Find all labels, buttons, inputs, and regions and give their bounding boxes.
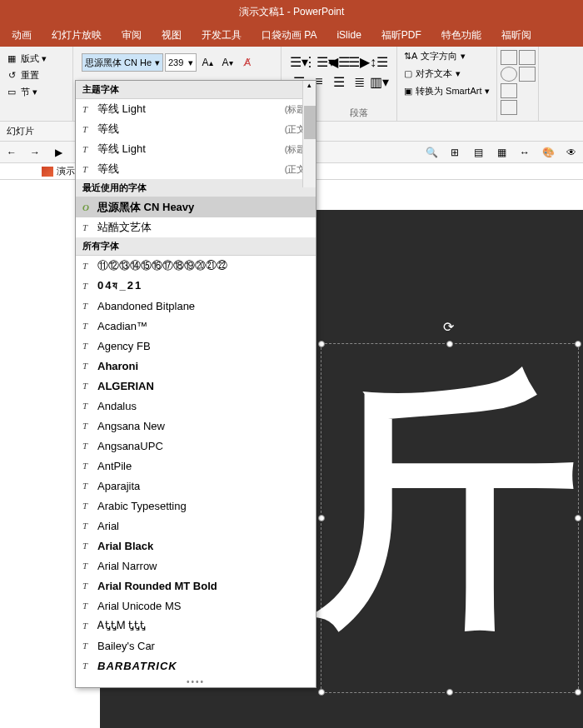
slide-tab-label[interactable]: 演示: [57, 165, 75, 177]
textbox-content[interactable]: 斤: [313, 369, 580, 636]
font-item[interactable]: TArial Narrow: [76, 556, 316, 576]
font-type-icon: T: [82, 581, 97, 591]
text-direction-button[interactable]: ⇅A 文字方向▾: [404, 50, 490, 62]
tab-devtools[interactable]: 开发工具: [202, 28, 242, 42]
font-item[interactable]: TArial Unicode MS: [76, 596, 316, 616]
tab-foxit[interactable]: 福昕PDF: [381, 28, 421, 42]
font-name-input[interactable]: 思源黑体 CN He▾: [82, 53, 163, 72]
shape-rect[interactable]: [501, 50, 517, 65]
layout-button[interactable]: ▦ 版式▾: [5, 50, 67, 67]
font-item[interactable]: TBailey's Car: [76, 636, 316, 656]
font-item[interactable]: TAcadian™: [76, 316, 316, 336]
reset-button[interactable]: ↺ 重置: [5, 67, 67, 83]
font-item[interactable]: T等线 Light(标题): [76, 99, 316, 119]
recent-fonts-header: 最近使用的字体: [76, 179, 316, 197]
font-dropdown[interactable]: ▴ 主题字体 T等线 Light(标题)T等线(正文)T等线 Light(标题)…: [75, 80, 316, 688]
tool-align[interactable]: ▤: [470, 144, 486, 161]
reset-icon: ↺: [5, 68, 18, 82]
text-group: ⇅A 文字方向▾ ▢ 对齐文本▾ ▣ 转换为 SmartArt▾: [397, 47, 497, 121]
title-bar: 演示文稿1 - PowerPoint: [0, 0, 583, 23]
smartart-button[interactable]: ▣ 转换为 SmartArt▾: [404, 85, 490, 97]
font-item[interactable]: T04য_21: [76, 276, 316, 296]
shape-line[interactable]: [501, 100, 517, 115]
tool-search[interactable]: 🔍: [423, 144, 440, 161]
selected-textbox[interactable]: ⟳ + 斤: [321, 343, 579, 693]
scroll-up-icon[interactable]: ▴: [303, 81, 316, 89]
numbering-button[interactable]: ⋮☰▾: [310, 53, 328, 70]
tool-spacing[interactable]: ↔: [516, 144, 533, 161]
font-item[interactable]: T等线 Light(标题): [76, 139, 316, 159]
outdent-button[interactable]: ◀☰: [330, 53, 348, 70]
tool-format[interactable]: ▦: [493, 144, 510, 161]
font-type-icon: T: [82, 661, 97, 671]
font-item[interactable]: TBARBATRICK: [76, 656, 316, 676]
font-item[interactable]: TArabic Typesetting: [76, 496, 316, 516]
font-type-icon: T: [82, 401, 97, 411]
resize-handle-tm[interactable]: [446, 341, 453, 347]
section-button[interactable]: ▭ 节▾: [5, 83, 67, 100]
justify-button[interactable]: ≣: [350, 73, 368, 90]
shape-arrow[interactable]: [519, 50, 536, 65]
tab-islide[interactable]: iSlide: [336, 29, 361, 41]
shape-tri[interactable]: [501, 83, 517, 98]
tool-color[interactable]: 🎨: [540, 144, 556, 161]
font-item[interactable]: TArial Rounded MT Bold: [76, 576, 316, 596]
resize-handle-bm[interactable]: [446, 689, 453, 696]
font-item[interactable]: TAbandoned Bitplane: [76, 296, 316, 316]
font-item[interactable]: TAndalus: [76, 396, 316, 416]
indent-button[interactable]: ☰▶: [350, 53, 368, 70]
font-item[interactable]: TAntPile: [76, 456, 316, 476]
font-item[interactable]: TArial: [76, 516, 316, 536]
clear-format-button[interactable]: A̸: [238, 53, 257, 72]
font-item[interactable]: TAparajita: [76, 476, 316, 496]
shapes-group: [497, 47, 539, 121]
resize-handle-br[interactable]: [575, 689, 581, 696]
font-item[interactable]: TᎪᎿᎿᎷ ᎿᎿᎿ: [76, 616, 316, 636]
shape-curve[interactable]: [519, 67, 536, 82]
tab-view[interactable]: 视图: [162, 28, 182, 42]
line-spacing-button[interactable]: ↕☰: [370, 53, 388, 70]
tool-eye[interactable]: 👁: [563, 144, 580, 161]
dropdown-scrollbar[interactable]: ▴: [302, 81, 316, 187]
font-item[interactable]: TAharoni: [76, 356, 316, 376]
align-right-button[interactable]: ☰: [330, 73, 348, 90]
scroll-thumb[interactable]: [304, 106, 316, 139]
tab-special[interactable]: 特色功能: [441, 28, 481, 42]
forward-button[interactable]: →: [27, 144, 43, 161]
font-item[interactable]: TALGERIAN: [76, 376, 316, 396]
tab-pa[interactable]: 口袋动画 PA: [262, 28, 316, 42]
align-text-icon: ▢: [404, 68, 412, 79]
font-item[interactable]: T站酷文艺体: [76, 217, 316, 237]
tab-review[interactable]: 审阅: [122, 28, 142, 42]
tab-animation[interactable]: 动画: [12, 28, 32, 42]
font-item[interactable]: TAgency FB: [76, 336, 316, 356]
font-type-icon: T: [82, 561, 97, 571]
tab-slideshow[interactable]: 幻灯片放映: [52, 28, 102, 42]
grow-font-button[interactable]: A▴: [198, 53, 217, 72]
play-button[interactable]: ▶: [50, 144, 67, 161]
font-item[interactable]: O思源黑体 CN Heavy: [76, 197, 316, 217]
font-type-icon: T: [82, 144, 97, 154]
columns-button[interactable]: ▥▾: [370, 73, 388, 90]
resize-handle-tl[interactable]: [318, 341, 325, 347]
back-button[interactable]: ←: [3, 144, 20, 161]
tool-export[interactable]: ⊞: [446, 144, 463, 161]
font-item[interactable]: TAngsana New: [76, 416, 316, 436]
font-type-icon: T: [82, 601, 97, 611]
resize-handle-bl[interactable]: [318, 689, 325, 696]
font-item[interactable]: TArial Black: [76, 536, 316, 556]
font-type-icon: O: [82, 202, 97, 212]
font-item[interactable]: T等线(正文): [76, 159, 316, 179]
rotate-handle[interactable]: ⟳: [443, 319, 456, 332]
font-size-input[interactable]: 239▾: [165, 53, 197, 72]
tab-foxit2[interactable]: 福昕阅: [501, 28, 531, 42]
font-item[interactable]: TAngsanaUPC: [76, 436, 316, 456]
font-item[interactable]: T等线(正文): [76, 119, 316, 139]
shape-oval[interactable]: [501, 67, 517, 82]
font-item[interactable]: T⑪⑫⑬⑭⑮⑯⑰⑱⑲⑳㉑㉒: [76, 256, 316, 276]
shrink-font-button[interactable]: A▾: [218, 53, 237, 72]
font-type-icon: T: [82, 441, 97, 451]
resize-handle-tr[interactable]: [575, 341, 581, 347]
dropdown-resize-grip[interactable]: ••••: [76, 676, 316, 688]
align-text-button[interactable]: ▢ 对齐文本▾: [404, 67, 490, 80]
